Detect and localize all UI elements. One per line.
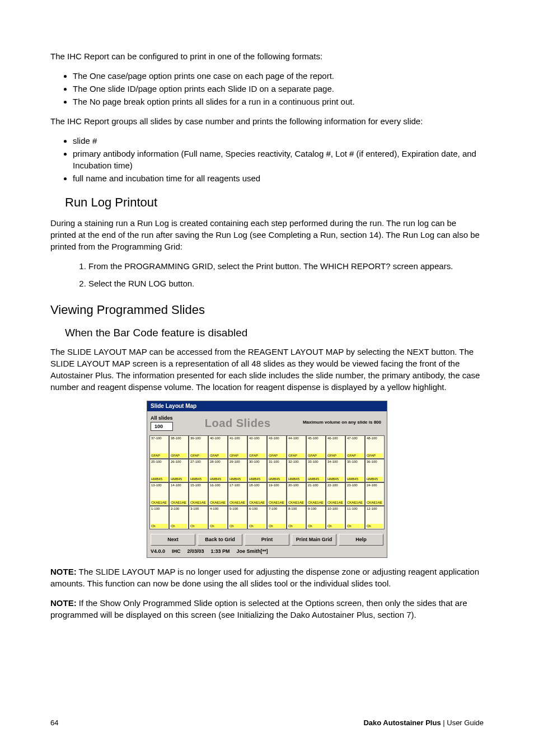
slide-cell[interactable]: 10-100Ch bbox=[326, 506, 345, 529]
slide-cell[interactable]: 7-100Ch bbox=[267, 506, 287, 529]
slide-cell[interactable]: 36-100HMB45 bbox=[365, 459, 385, 482]
map-header: All slides 100 Load Slides Maximum volum… bbox=[147, 411, 387, 434]
max-volume-label: Maximum volume on any slide is 800 bbox=[303, 420, 381, 425]
slide-cell[interactable]: 1-100Ch bbox=[149, 506, 169, 529]
map-buttons-row: Next Back to Grid Print Print Main Grid … bbox=[147, 532, 387, 547]
run-log-heading: Run Log Printout bbox=[50, 194, 484, 212]
slide-cell[interactable]: 44-100GFAP bbox=[287, 435, 306, 459]
slide-cell[interactable]: 13-100CKAE1AE bbox=[149, 482, 169, 506]
back-to-grid-button[interactable]: Back to Grid bbox=[198, 534, 242, 546]
grid-row: 1-100Ch 2-100Ch 3-100Ch 4-100Ch 5-100Ch … bbox=[149, 506, 385, 529]
slide-cell[interactable]: 47-100GFAP bbox=[345, 435, 365, 459]
status-time: 1:33 PM bbox=[211, 548, 230, 555]
slide-grid: 37-100GFAP 38-100GFAP 39-100GFAP 40-100G… bbox=[147, 434, 387, 532]
slide-cell[interactable]: 12-100Ch bbox=[365, 506, 385, 529]
note-1: NOTE: The SLIDE LAYOUT MAP is no longer … bbox=[50, 566, 484, 589]
status-mode: IHC bbox=[172, 548, 181, 555]
slide-cell[interactable]: 15-100CKAE1AE bbox=[189, 482, 208, 506]
slide-cell[interactable]: 42-100GFAP bbox=[247, 435, 267, 459]
slide-cell[interactable]: 34-100HMB45 bbox=[326, 459, 345, 482]
slide-cell[interactable]: 9-100Ch bbox=[306, 506, 326, 529]
slide-cell[interactable]: 30-100HMB45 bbox=[247, 459, 267, 482]
slide-cell[interactable]: 35-100HMB45 bbox=[345, 459, 365, 482]
slide-cell[interactable]: 2-100Ch bbox=[169, 506, 189, 529]
slide-cell[interactable]: 45-100GFAP bbox=[306, 435, 326, 459]
run-log-steps: From the PROGRAMMING GRID, select the Pr… bbox=[50, 260, 484, 289]
slide-cell[interactable]: 46-100GFAP bbox=[326, 435, 345, 459]
layout-paragraph: The SLIDE LAYOUT MAP can be accessed fro… bbox=[50, 346, 484, 393]
run-log-paragraph: During a staining run a Run Log is creat… bbox=[50, 217, 484, 252]
slide-cell[interactable]: 16-100CKAE1AE bbox=[208, 482, 228, 506]
note-body: If the Show Only Programmed Slide option… bbox=[50, 598, 467, 619]
slide-cell[interactable]: 28-100HMB45 bbox=[208, 459, 228, 482]
map-status-bar: V4.0.0 IHC 2/03/03 1:33 PM Joe Smith[**] bbox=[147, 547, 387, 557]
info-item: primary antibody information (Full name,… bbox=[73, 148, 484, 171]
print-button[interactable]: Print bbox=[245, 534, 289, 546]
group-paragraph: The IHC Report groups all slides by case… bbox=[50, 115, 484, 127]
slide-cell[interactable]: 20-100CKAE1AE bbox=[287, 482, 306, 506]
slide-cell[interactable]: 37-100GFAP bbox=[149, 435, 169, 459]
slide-cell[interactable]: 25-100HMB45 bbox=[149, 459, 169, 482]
note-body: The SLIDE LAYOUT MAP is no longer used f… bbox=[50, 567, 479, 588]
slide-cell[interactable]: 40-100GFAP bbox=[208, 435, 228, 459]
slide-cell[interactable]: 8-100Ch bbox=[287, 506, 306, 529]
status-version: V4.0.0 bbox=[151, 548, 165, 555]
slide-cell[interactable]: 26-100HMB45 bbox=[169, 459, 189, 482]
slide-cell[interactable]: 19-100CKAE1AE bbox=[267, 482, 287, 506]
slide-cell[interactable]: 23-100CKAE1AE bbox=[345, 482, 365, 506]
formats-item: The No page break option prints all slid… bbox=[73, 96, 484, 107]
note-2: NOTE: If the Show Only Programmed Slide … bbox=[50, 597, 484, 621]
page-footer: 64 Dako Autostainer Plus | User Guide bbox=[50, 718, 484, 728]
info-item: slide # bbox=[73, 135, 484, 147]
run-log-step: From the PROGRAMMING GRID, select the Pr… bbox=[88, 260, 484, 272]
info-list: slide # primary antibody information (Fu… bbox=[50, 135, 484, 184]
all-slides-label: All slides bbox=[151, 415, 173, 422]
note-label: NOTE: bbox=[50, 567, 77, 576]
formats-item: The One case/page option prints one case… bbox=[73, 70, 484, 82]
formats-list: The One case/page option prints one case… bbox=[50, 70, 484, 107]
barcode-heading: When the Bar Code feature is disabled bbox=[50, 326, 484, 341]
status-user: Joe Smith[**] bbox=[237, 548, 268, 555]
slide-cell[interactable]: 48-100GFAP bbox=[365, 435, 385, 459]
slide-cell[interactable]: 3-100Ch bbox=[189, 506, 208, 529]
slide-cell[interactable]: 6-100Ch bbox=[247, 506, 267, 529]
slide-cell[interactable]: 4-100Ch bbox=[208, 506, 228, 529]
formats-item: The One slide ID/page option prints each… bbox=[73, 83, 484, 95]
slide-cell[interactable]: 21-100CKAE1AE bbox=[306, 482, 326, 506]
intro-paragraph: The IHC Report can be configured to prin… bbox=[50, 50, 484, 62]
load-slides-label: Load Slides bbox=[205, 415, 271, 431]
slide-cell[interactable]: 24-100CKAE1AE bbox=[365, 482, 385, 506]
next-button[interactable]: Next bbox=[151, 534, 195, 546]
note-label: NOTE: bbox=[50, 598, 77, 608]
footer-product-name: Dako Autostainer Plus bbox=[363, 719, 441, 727]
viewing-heading: Viewing Programmed Slides bbox=[50, 302, 484, 319]
print-main-grid-button[interactable]: Print Main Grid bbox=[292, 534, 336, 546]
slide-cell[interactable]: 5-100Ch bbox=[228, 506, 247, 529]
slide-cell[interactable]: 17-100CKAE1AE bbox=[228, 482, 247, 506]
grid-row: 13-100CKAE1AE 14-100CKAE1AE 15-100CKAE1A… bbox=[149, 482, 385, 506]
slide-cell[interactable]: 18-100CKAE1AE bbox=[247, 482, 267, 506]
slide-cell[interactable]: 38-100GFAP bbox=[169, 435, 189, 459]
status-date: 2/03/03 bbox=[188, 548, 204, 555]
slide-cell[interactable]: 22-100CKAE1AE bbox=[326, 482, 345, 506]
grid-row: 37-100GFAP 38-100GFAP 39-100GFAP 40-100G… bbox=[149, 435, 385, 459]
slide-cell[interactable]: 29-100HMB45 bbox=[228, 459, 247, 482]
page-number: 64 bbox=[50, 718, 58, 728]
slide-cell[interactable]: 39-100GFAP bbox=[189, 435, 208, 459]
info-item: full name and incubation time for all re… bbox=[73, 172, 484, 184]
slide-cell[interactable]: 32-100HMB45 bbox=[287, 459, 306, 482]
slide-cell[interactable]: 31-100HMB45 bbox=[267, 459, 287, 482]
slide-cell[interactable]: 41-100GFAP bbox=[228, 435, 247, 459]
slide-layout-map: Slide Layout Map All slides 100 Load Sli… bbox=[147, 401, 387, 557]
footer-product: Dako Autostainer Plus | User Guide bbox=[363, 718, 484, 728]
map-title-bar: Slide Layout Map bbox=[147, 401, 387, 411]
footer-product-rest: | User Guide bbox=[441, 719, 484, 727]
help-button[interactable]: Help bbox=[339, 534, 383, 546]
slide-cell[interactable]: 11-100Ch bbox=[345, 506, 365, 529]
slide-cell[interactable]: 43-100GFAP bbox=[267, 435, 287, 459]
run-log-step: Select the RUN LOG button. bbox=[88, 278, 484, 289]
slide-cell[interactable]: 27-100HMB45 bbox=[189, 459, 208, 482]
slide-cell[interactable]: 14-100CKAE1AE bbox=[169, 482, 189, 506]
slide-cell[interactable]: 33-100HMB45 bbox=[306, 459, 326, 482]
all-slides-input[interactable]: 100 bbox=[151, 422, 173, 431]
